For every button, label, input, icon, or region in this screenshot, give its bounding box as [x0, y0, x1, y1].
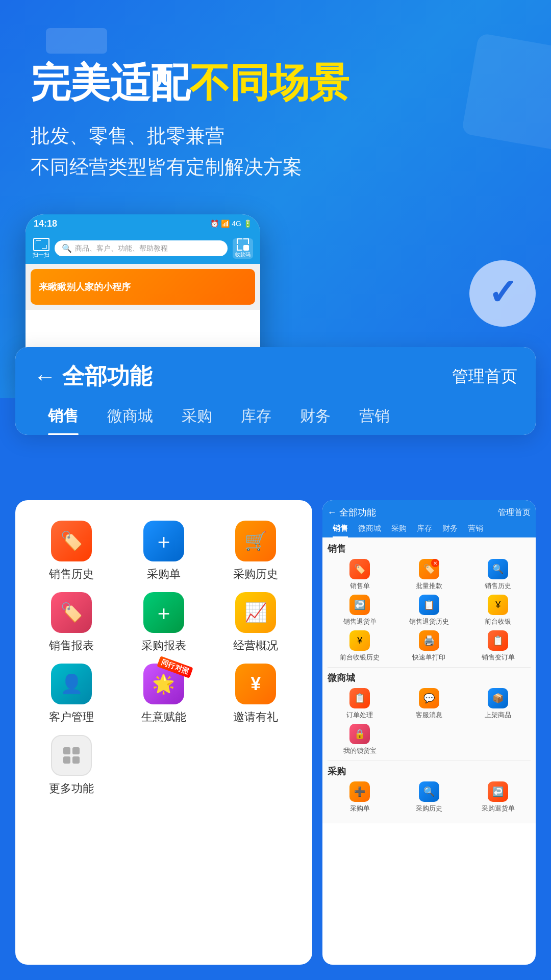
mini-sales-return-icon: ↩️	[349, 595, 370, 615]
mini-tab-sales[interactable]: 销售	[328, 522, 353, 537]
customer-mgmt-label: 客户管理	[49, 709, 94, 725]
list-item[interactable]: 🏷️ 销售单	[328, 559, 392, 591]
list-item[interactable]: 🏷️ ✕ 批量推款	[396, 559, 461, 591]
phone-header: 扫一扫 🔍 商品、客户、功能、帮助教程 收款码	[26, 233, 260, 264]
phone-search-bar[interactable]: 🔍 商品、客户、功能、帮助教程	[55, 240, 228, 256]
mini-content: 销售 🏷️ 销售单 🏷️ ✕ 批量推款 🔍 销售历史	[322, 537, 536, 823]
list-item[interactable]: 🔒 我的锁货宝	[328, 724, 392, 755]
mini-cashier-hist-icon: ¥	[349, 630, 370, 651]
list-item[interactable]: 📈 经营概况	[215, 592, 297, 653]
mini-sales-return-label: 销售退货单	[343, 617, 377, 626]
sales-history-label: 销售历史	[49, 567, 94, 582]
mini-order-process-label: 订单处理	[346, 710, 373, 720]
headline: 完美适配不同场景	[31, 61, 520, 105]
mini-sales-return-hist-icon: 📋	[419, 595, 439, 615]
mini-sales-grid: 🏷️ 销售单 🏷️ ✕ 批量推款 🔍 销售历史 ↩️ 销售退货单	[328, 559, 531, 662]
list-item[interactable]: 更多功能	[31, 735, 113, 796]
phone-status-icons: ⏰📶4G🔋	[210, 219, 252, 228]
list-item[interactable]: ¥ 邀请有礼	[215, 664, 297, 725]
mini-lock-goods-label: 我的锁货宝	[343, 746, 377, 755]
subtitle-line1: 批发、零售、批零兼营	[31, 120, 520, 152]
purchase-order-icon: ＋	[143, 521, 184, 561]
subtitle-line2: 不同经营类型皆有定制解决方案	[31, 152, 520, 183]
mini-shelf-goods-label: 上架商品	[485, 710, 511, 720]
phone-qr-button[interactable]: 收款码	[233, 238, 253, 259]
mini-tab-weishop[interactable]: 微商城	[353, 522, 386, 537]
list-item[interactable]: 🏷️ 销售历史	[31, 521, 113, 582]
customer-mgmt-icon: 👤	[51, 664, 92, 704]
mini-tab-purchase[interactable]: 采购	[386, 522, 412, 537]
mini-tab-finance[interactable]: 财务	[437, 522, 463, 537]
mini-section-sales: 销售	[328, 543, 531, 555]
list-item[interactable]: 🔍 销售历史	[466, 559, 531, 591]
func-card-header: ← 全部功能 管理首页 销售 微商城 采购 库存 财务 营销	[15, 347, 536, 435]
mini-title-row: ← 全部功能 管理首页	[328, 506, 531, 519]
mini-sales-to-order-label: 销售变订单	[482, 653, 515, 662]
phone-banner-text: 来瞅瞅别人家的小程序	[39, 281, 131, 293]
func-card-back-button[interactable]: ← 全部功能	[34, 361, 152, 391]
list-item[interactable]: 📋 订单处理	[328, 688, 392, 720]
func-card-mgmt-link[interactable]: 管理首页	[452, 365, 517, 388]
qr-label: 收款码	[235, 251, 251, 258]
purchase-history-label: 采购历史	[233, 567, 278, 582]
mini-section-purchase: 采购	[328, 765, 531, 777]
list-item[interactable]: ↩️ 销售退货单	[328, 595, 392, 626]
phone-status-bar: 14:18 ⏰📶4G🔋	[26, 214, 260, 233]
mini-tab-inventory[interactable]: 库存	[412, 522, 437, 537]
list-item[interactable]: ¥ 前台收银	[466, 595, 531, 626]
tab-weishop[interactable]: 微商城	[93, 402, 167, 435]
tab-inventory[interactable]: 库存	[227, 402, 286, 435]
list-item[interactable]: 🌟 同行对照 生意赋能	[123, 664, 205, 725]
mini-batch-push-icon: 🏷️ ✕	[419, 559, 439, 579]
list-item[interactable]: 🛒 采购历史	[215, 521, 297, 582]
headline-white: 完美适配	[31, 60, 190, 105]
tab-sales[interactable]: 销售	[34, 402, 93, 435]
list-item[interactable]: ➕ 采购单	[328, 781, 392, 813]
mini-customer-msg-label: 客服消息	[416, 710, 442, 720]
mini-purchase-order-icon: ➕	[349, 781, 370, 802]
divider-2	[328, 761, 531, 761]
list-item[interactable]: ¥ 前台收银历史	[328, 630, 392, 662]
invite-gift-label: 邀请有礼	[233, 709, 278, 725]
mini-header: ← 全部功能 管理首页 销售 微商城 采购 库存 财务 营销	[322, 500, 536, 537]
tab-finance[interactable]: 财务	[286, 402, 345, 435]
tab-marketing[interactable]: 营销	[345, 402, 404, 435]
divider-1	[328, 667, 531, 668]
func-card-title-row: ← 全部功能 管理首页	[34, 361, 517, 391]
purchase-order-label: 采购单	[147, 567, 181, 582]
mini-sales-order-icon: 🏷️	[349, 559, 370, 579]
icon-grid: 🏷️ 销售历史 ＋ 采购单 🛒 采购历史 🏷️ 销售报表 ＋ 采购报表 📈	[26, 516, 302, 801]
check-icon: ✓	[488, 272, 518, 313]
mini-quick-print-label: 快速单打印	[412, 653, 445, 662]
list-item[interactable]: 📋 销售退货历史	[396, 595, 461, 626]
mini-tab-marketing[interactable]: 营销	[463, 522, 488, 537]
list-item[interactable]: 🖨️ 快速单打印	[396, 630, 461, 662]
mini-cashier-hist-label: 前台收银历史	[340, 653, 380, 662]
sales-report-icon: 🏷️	[51, 592, 92, 633]
tab-purchase[interactable]: 采购	[167, 402, 227, 435]
list-item[interactable]: 🔍 采购历史	[396, 781, 461, 813]
list-item[interactable]: 👤 客户管理	[31, 664, 113, 725]
list-item[interactable]: 💬 客服消息	[396, 688, 461, 720]
list-item[interactable]: 📋 销售变订单	[466, 630, 531, 662]
list-item[interactable]: 🏷️ 销售报表	[31, 592, 113, 653]
mini-mgmt-link[interactable]: 管理首页	[498, 507, 531, 518]
list-item[interactable]: ＋ 采购报表	[123, 592, 205, 653]
more-functions-label: 更多功能	[49, 781, 94, 796]
phone-time: 14:18	[34, 218, 57, 229]
list-item[interactable]: ↩️ 采购退货单	[466, 781, 531, 813]
list-item[interactable]: ＋ 采购单	[123, 521, 205, 582]
list-item[interactable]: 📦 上架商品	[466, 688, 531, 720]
right-phone: ← 全部功能 管理首页 销售 微商城 采购 库存 财务 营销 销售 🏷️ 销售单	[322, 500, 536, 965]
phone-banner: 来瞅瞅别人家的小程序	[31, 269, 255, 305]
mini-back-button[interactable]: ← 全部功能	[328, 506, 376, 519]
mini-cashier-label: 前台收银	[485, 617, 511, 626]
purchase-history-icon: 🛒	[235, 521, 276, 561]
mini-sales-history-label: 销售历史	[485, 581, 511, 591]
check-circle: ✓	[469, 260, 536, 327]
headline-yellow: 不同场景	[190, 60, 349, 105]
mini-cashier-icon: ¥	[488, 595, 508, 615]
left-phone: 🏷️ 销售历史 ＋ 采购单 🛒 采购历史 🏷️ 销售报表 ＋ 采购报表 📈	[15, 500, 312, 965]
mini-purchase-return-label: 采购退货单	[482, 804, 515, 813]
decorative-rect	[46, 28, 107, 54]
